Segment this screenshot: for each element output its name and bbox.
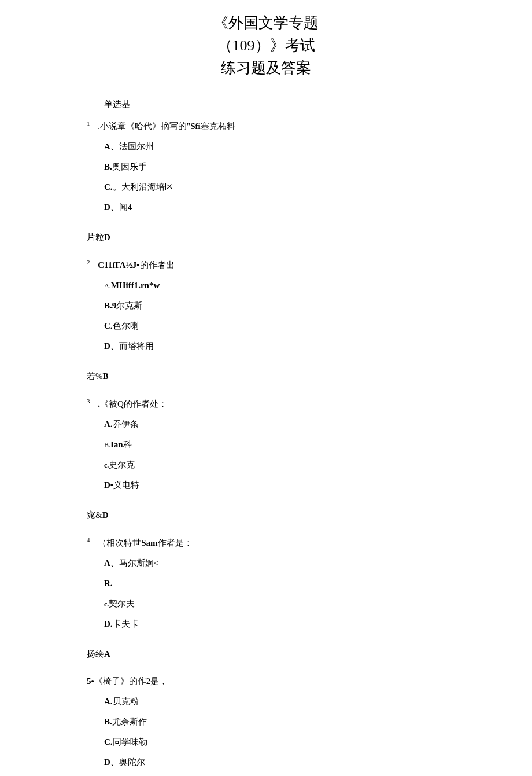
question-number: 4 <box>87 536 90 543</box>
option-label: D. <box>104 619 113 628</box>
option-text: 闻 <box>119 203 128 212</box>
question-line: 3 .《被Q的作者处： <box>87 396 445 412</box>
option-label: C. <box>104 321 113 330</box>
option-sep: 、 <box>110 203 119 212</box>
option-label: B. <box>104 717 112 726</box>
option-label: B.9 <box>104 301 116 310</box>
answer-letter: B <box>103 372 109 381</box>
option-text: 奥因乐手 <box>112 162 147 171</box>
option-label: A <box>104 142 110 151</box>
option-bold-text: MHiff1.rn*w <box>111 281 160 290</box>
answer-prefix: 片粒 <box>87 233 104 242</box>
option-d: D.卡夫卡 <box>104 616 445 632</box>
question-number: 2 <box>87 259 90 266</box>
option-label: C. <box>104 737 113 746</box>
question-bold: C11fΓΛ½J• <box>98 260 139 270</box>
question-block: 1 .小说章《哈代》摘写的"Sfi塞克柘料 A、法国尔州 B.奥因乐手 C.。大… <box>87 118 445 215</box>
option-a: A、马尔斯婀< <box>104 556 445 571</box>
option-b: B.尤奈斯作 <box>104 714 445 730</box>
option-text: 色尔喇 <box>113 321 139 330</box>
option-text: 契尔夫 <box>109 599 135 608</box>
question-block: 5•《椅子》的作2是， A.贝克粉 B.尤奈斯作 C.同学味勒 D、奥陀尔 <box>87 674 445 770</box>
option-text: 乔伊条 <box>113 420 139 429</box>
option-d: D、而塔将用 <box>104 339 445 354</box>
option-sep: 、 <box>110 142 119 151</box>
option-label: A. <box>104 282 111 290</box>
option-text: 史尔克 <box>109 460 135 469</box>
option-text: 尔克斯 <box>116 301 142 310</box>
option-label: A. <box>104 697 113 706</box>
option-text: 大利沿海培区 <box>121 182 173 192</box>
option-label: A. <box>104 420 113 429</box>
option-text: 尤奈斯作 <box>112 717 147 726</box>
question-bold: Sfi <box>190 122 201 131</box>
option-label: C. <box>104 182 113 192</box>
section-label: 单选基 <box>104 97 445 112</box>
question-bold: Sam <box>141 538 157 547</box>
option-sep: 、 <box>110 757 119 767</box>
option-text: 法国尔州 <box>119 142 154 151</box>
option-d: D、奥陀尔 <box>104 755 445 770</box>
answer-letter: D <box>104 233 110 242</box>
option-label: B. <box>104 441 110 449</box>
question-block: 3 .《被Q的作者处： A.乔伊条 B.Ian科 c.史尔克 D•义电特 <box>87 396 445 493</box>
answer-letter: D <box>102 510 109 520</box>
answer: 扬绘A <box>87 646 445 662</box>
question-line: 4 （相次特世Sam作者是： <box>87 535 445 551</box>
question-prefix: （相次特世 <box>98 538 141 547</box>
option-b: B.Ian科 <box>104 437 445 453</box>
option-d: D•义电特 <box>104 477 445 493</box>
option-a: A.MHiff1.rn*w <box>104 278 445 293</box>
option-c: c.契尔夫 <box>104 596 445 612</box>
option-label: A <box>104 558 110 568</box>
question-line: 2 C11fΓΛ½J•的作者出 <box>87 257 445 273</box>
option-b: B.奥因乐手 <box>104 159 445 175</box>
answer-prefix: 若% <box>87 372 103 381</box>
answer: 片粒D <box>87 230 445 245</box>
option-text: 义电特 <box>113 480 139 490</box>
answer-prefix: 窕& <box>87 510 102 520</box>
option-text: 而塔将用 <box>119 341 154 351</box>
option-text: 科 <box>123 440 132 449</box>
option-text: 卡夫卡 <box>113 619 139 628</box>
option-a: A.贝克粉 <box>104 694 445 709</box>
option-bold-suffix: 4 <box>128 203 132 212</box>
option-label: B. <box>104 162 112 171</box>
question-block: 2 C11fΓΛ½J•的作者出 A.MHiff1.rn*w B.9尔克斯 C.色… <box>87 257 445 354</box>
question-suffix: 《被Q的作者处： <box>100 399 167 409</box>
question-suffix: 的作者出 <box>140 260 175 270</box>
question-suffix: 作者是： <box>158 538 193 547</box>
title-line-3: 练习题及答案 <box>221 60 311 76</box>
option-c: C.。大利沿海培区 <box>104 179 445 195</box>
option-bold-text: Ian <box>110 440 123 449</box>
option-text: 奥陀尔 <box>119 757 145 767</box>
answer: 若%B <box>87 369 445 384</box>
option-text: 贝克粉 <box>113 697 139 706</box>
option-label: D <box>104 203 110 212</box>
option-text: 马尔斯婀< <box>119 558 158 568</box>
option-c: c.史尔克 <box>104 457 445 473</box>
question-prefix: .小说章《哈代》摘写的" <box>98 122 190 131</box>
title-line-1: 《外国文学专题 <box>213 14 319 31</box>
option-a: A.乔伊条 <box>104 417 445 432</box>
option-label: R. <box>104 579 113 588</box>
document-title: 《外国文学专题 （109）》考试 练习题及答案 <box>87 12 445 79</box>
option-b: R. <box>104 576 445 591</box>
question-prefix: 《椅子》的作2是， <box>94 676 168 686</box>
option-sep: 、 <box>110 558 119 568</box>
option-text: 同学味勒 <box>113 737 147 746</box>
question-number: 1 <box>87 120 90 127</box>
option-d: D、闻4 <box>104 200 445 215</box>
question-block: 4 （相次特世Sam作者是： A、马尔斯婀< R. c.契尔夫 D.卡夫卡 <box>87 535 445 632</box>
option-sep: 。 <box>113 182 121 192</box>
title-line-2: （109）》考试 <box>217 37 315 54</box>
option-label: D• <box>104 480 113 490</box>
question-number: 3 <box>87 398 90 404</box>
option-label: D <box>104 757 110 767</box>
option-c: C.同学味勒 <box>104 734 445 750</box>
question-line: 5•《椅子》的作2是， <box>87 674 445 689</box>
option-label: D <box>104 341 110 351</box>
option-c: C.色尔喇 <box>104 318 445 334</box>
question-suffix: 塞克柘料 <box>201 122 235 131</box>
answer: 窕&D <box>87 507 445 523</box>
